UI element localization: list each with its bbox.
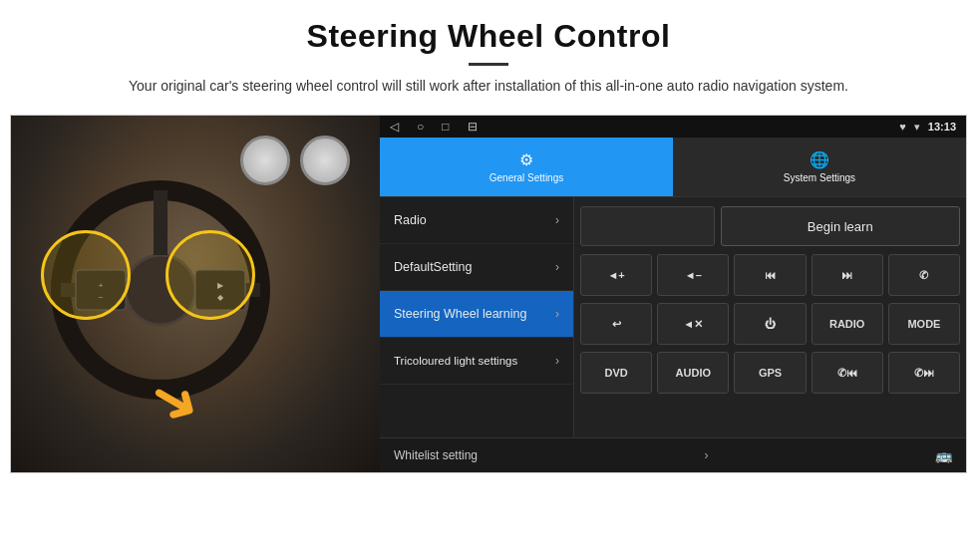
- gps-label: GPS: [759, 367, 782, 379]
- header-section: Steering Wheel Control Your original car…: [0, 0, 977, 105]
- phone-button[interactable]: ✆: [888, 254, 960, 296]
- next-icon: ⏭: [841, 269, 852, 281]
- tachometer: [300, 136, 350, 185]
- tel-next-icon: ✆⏭: [914, 367, 934, 380]
- status-bar: ◁ ○ □ ⊟ ♥ ▾ 13:13: [380, 116, 966, 138]
- vol-down-icon: ◄–: [685, 269, 702, 281]
- whitelist-bar: Whitelist setting › 🚌: [380, 437, 966, 472]
- hangup-icon: ↩: [612, 318, 621, 331]
- dvd-label: DVD: [604, 367, 627, 379]
- main-content: Radio › DefaultSetting › Steering Wheel …: [380, 197, 966, 437]
- audio-label: AUDIO: [676, 367, 711, 379]
- tel-prev-button[interactable]: ✆⏮: [812, 352, 883, 394]
- next-button[interactable]: ⏭: [812, 254, 883, 296]
- vol-down-button[interactable]: ◄–: [657, 254, 729, 296]
- page-title: Steering Wheel Control: [40, 18, 937, 55]
- highlight-circle-right: [165, 230, 255, 320]
- right-panel: Begin learn ◄+ ◄– ⏮: [574, 197, 966, 437]
- home-icon[interactable]: ○: [417, 120, 424, 134]
- prev-button[interactable]: ⏮: [734, 254, 806, 296]
- tab-system[interactable]: 🌐 System Settings: [673, 138, 966, 196]
- recents-icon[interactable]: □: [442, 120, 449, 134]
- content-row: + − ▶ ◆ ➜ ◁ ○ □ ⊟: [10, 115, 967, 473]
- menu-icon[interactable]: ⊟: [468, 120, 478, 134]
- hangup-button[interactable]: ↩: [580, 303, 652, 345]
- menu-tricoloured-label: Tricoloured light settings: [394, 355, 517, 367]
- speedometer: [240, 136, 290, 185]
- power-button[interactable]: ⏻: [734, 303, 806, 345]
- begin-learn-label: Begin learn: [808, 219, 873, 234]
- back-icon[interactable]: ◁: [390, 120, 399, 134]
- tab-system-label: System Settings: [784, 172, 855, 183]
- prev-icon: ⏮: [765, 269, 776, 281]
- menu-default-label: DefaultSetting: [394, 260, 473, 274]
- menu-item-tricoloured[interactable]: Tricoloured light settings ›: [380, 338, 573, 385]
- begin-learn-row: Begin learn: [580, 203, 960, 249]
- power-icon: ⏻: [765, 318, 776, 330]
- control-row-2: ↩ ◄✕ ⏻ RADIO MODE: [580, 303, 960, 347]
- chevron-tricoloured: ›: [555, 354, 559, 368]
- title-divider: [469, 63, 508, 66]
- radio-label: RADIO: [829, 318, 864, 330]
- tel-next-button[interactable]: ✆⏭: [888, 352, 960, 394]
- subtitle: Your original car's steering wheel contr…: [80, 76, 897, 97]
- phone-icon: ✆: [919, 269, 928, 282]
- android-ui: ◁ ○ □ ⊟ ♥ ▾ 13:13 ⚙ General Settings: [380, 116, 966, 472]
- mode-button[interactable]: MODE: [888, 303, 960, 345]
- tab-general-label: General Settings: [489, 172, 564, 183]
- status-icons: ♥ ▾ 13:13: [899, 121, 956, 134]
- mute-button[interactable]: ◄✕: [657, 303, 729, 345]
- audio-button[interactable]: AUDIO: [657, 352, 729, 394]
- control-row-3: DVD AUDIO GPS ✆⏮ ✆⏭: [580, 352, 960, 396]
- menu-list: Radio › DefaultSetting › Steering Wheel …: [380, 197, 574, 437]
- vol-up-icon: ◄+: [607, 269, 624, 281]
- chevron-steering: ›: [555, 307, 559, 321]
- wifi-icon: ▾: [914, 121, 920, 134]
- radio-mode-button[interactable]: RADIO: [812, 303, 883, 345]
- general-settings-icon: ⚙: [519, 150, 533, 169]
- menu-radio-label: Radio: [394, 213, 427, 227]
- control-row-1: ◄+ ◄– ⏮ ⏭ ✆: [580, 254, 960, 298]
- begin-learn-button[interactable]: Begin learn: [721, 206, 961, 246]
- menu-item-radio[interactable]: Radio ›: [380, 197, 573, 244]
- input-empty: [580, 206, 715, 246]
- highlight-circle-left: [41, 230, 131, 320]
- gps-button[interactable]: GPS: [734, 352, 806, 394]
- vol-up-button[interactable]: ◄+: [580, 254, 652, 296]
- tab-general[interactable]: ⚙ General Settings: [380, 138, 673, 196]
- menu-steering-label: Steering Wheel learning: [394, 307, 526, 321]
- mute-icon: ◄✕: [683, 318, 703, 331]
- system-settings-icon: 🌐: [810, 150, 829, 169]
- location-icon: ♥: [899, 121, 906, 133]
- chevron-default: ›: [555, 260, 559, 274]
- page-wrapper: Steering Wheel Control Your original car…: [0, 0, 977, 560]
- nav-icons: ◁ ○ □ ⊟: [390, 120, 478, 134]
- tel-prev-icon: ✆⏮: [837, 367, 857, 380]
- whitelist-icon: 🚌: [935, 447, 952, 463]
- whitelist-label[interactable]: Whitelist setting: [394, 448, 478, 462]
- menu-item-default[interactable]: DefaultSetting ›: [380, 244, 573, 291]
- clock: 13:13: [928, 121, 956, 133]
- mode-label: MODE: [907, 318, 940, 330]
- tab-bar: ⚙ General Settings 🌐 System Settings: [380, 138, 966, 197]
- chevron-radio: ›: [555, 213, 559, 227]
- dvd-button[interactable]: DVD: [580, 352, 652, 394]
- menu-item-steering[interactable]: Steering Wheel learning ›: [380, 291, 573, 338]
- whitelist-chevron: ›: [705, 448, 709, 462]
- car-image: + − ▶ ◆ ➜: [11, 116, 380, 473]
